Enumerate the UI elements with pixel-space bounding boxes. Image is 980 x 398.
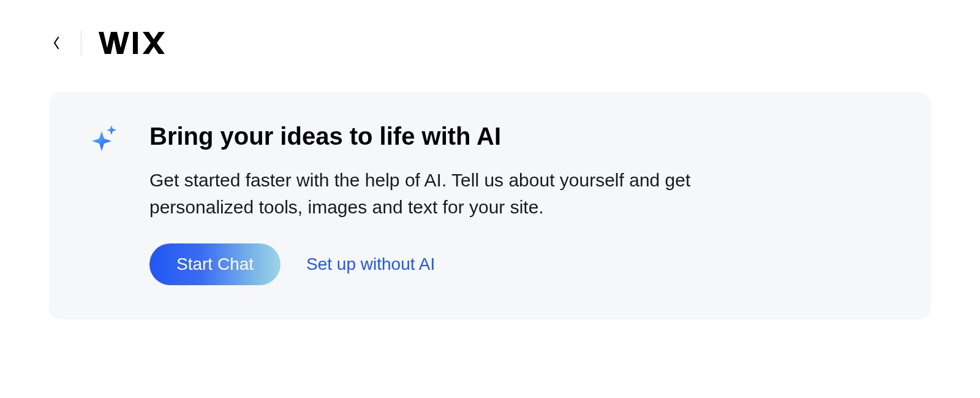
svg-rect-0 — [133, 32, 138, 54]
card-content: Bring your ideas to life with AI Get sta… — [149, 121, 888, 285]
setup-without-ai-link[interactable]: Set up without AI — [306, 254, 435, 274]
card-heading: Bring your ideas to life with AI — [149, 121, 888, 151]
chevron-left-icon — [52, 36, 61, 50]
ai-promo-card: Bring your ideas to life with AI Get sta… — [49, 92, 931, 320]
wix-logo[interactable] — [99, 31, 166, 55]
sparkle-icon — [92, 125, 118, 151]
back-button[interactable] — [49, 36, 64, 50]
wix-logo-svg — [99, 31, 166, 55]
header-divider — [81, 31, 81, 55]
card-description: Get started faster with the help of AI. … — [149, 167, 793, 220]
start-chat-button[interactable]: Start Chat — [149, 243, 281, 285]
header — [0, 0, 980, 74]
card-actions: Start Chat Set up without AI — [149, 243, 888, 285]
